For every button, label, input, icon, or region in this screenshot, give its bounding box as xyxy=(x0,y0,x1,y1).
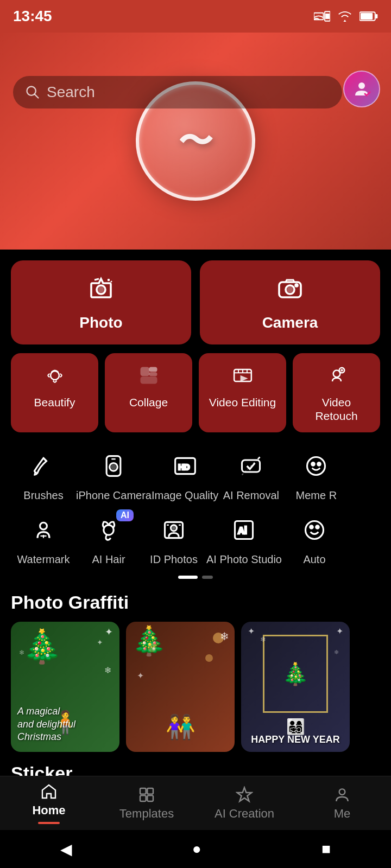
collage-button[interactable]: Collage xyxy=(105,353,192,432)
battery-icon xyxy=(360,10,378,23)
cast-icon xyxy=(314,10,330,23)
camera-icon xyxy=(277,276,303,307)
me-nav-icon xyxy=(333,786,351,803)
home-nav-label: Home xyxy=(32,803,65,818)
android-home-button[interactable]: ● xyxy=(192,840,201,858)
camera-label: Camera xyxy=(262,314,318,331)
meme-icon xyxy=(299,449,333,483)
tool-watermark[interactable]: Watermark xyxy=(11,513,76,566)
tool-id-photos[interactable]: ID Photos xyxy=(141,513,206,566)
nav-ai-creation[interactable]: AI Creation xyxy=(212,786,277,821)
collage-icon xyxy=(138,365,159,390)
tool-row-1: Brushes iPhone Camera HD Image Quality xyxy=(0,432,391,502)
svg-line-7 xyxy=(35,94,38,98)
video-retouch-icon xyxy=(326,365,347,390)
nav-me[interactable]: Me xyxy=(310,786,375,821)
svg-point-44 xyxy=(318,463,321,466)
watermark-icon xyxy=(26,513,61,547)
svg-point-8 xyxy=(358,82,365,89)
photo-card-2[interactable]: 🎄 👫 ❄ ✦ xyxy=(126,622,235,752)
tool-ai-photo-studio[interactable]: Aİ AI Photo Studio xyxy=(206,513,282,566)
hero-banner: Search 〜 xyxy=(0,33,391,250)
svg-text:HD: HD xyxy=(178,463,190,472)
svg-point-42 xyxy=(307,457,325,475)
home-active-indicator xyxy=(38,822,60,824)
svg-rect-59 xyxy=(140,788,146,794)
tool-row-2: Watermark AI AI Hair xyxy=(0,502,391,566)
auto-label: Auto xyxy=(303,553,325,566)
search-icon xyxy=(25,85,40,100)
svg-rect-60 xyxy=(147,788,153,794)
wifi-icon xyxy=(337,10,353,23)
svg-point-58 xyxy=(316,526,319,529)
image-quality-icon: HD xyxy=(168,449,203,483)
profile-button[interactable] xyxy=(343,71,380,107)
status-time: 13:45 xyxy=(13,8,52,25)
photo-card-3[interactable]: 🎄 👨‍👩‍👧‍👦 ✦ ✦ ❄ ❄ HAPPY NEW YEAR xyxy=(241,622,350,752)
brushes-label: Brushes xyxy=(23,489,63,502)
ai-hair-label: AI Hair xyxy=(92,553,125,566)
auto-icon xyxy=(297,513,332,547)
tool-ai-hair[interactable]: AI AI Hair xyxy=(76,513,141,566)
svg-rect-61 xyxy=(140,795,146,801)
main-content: Photo Camera xyxy=(0,250,391,868)
svg-point-16 xyxy=(288,288,292,292)
photo-bg-3: 🎄 👨‍👩‍👧‍👦 ✦ ✦ ❄ ❄ xyxy=(241,622,350,752)
ai-photo-studio-icon: Aİ xyxy=(226,513,261,547)
tool-brushes[interactable]: Brushes xyxy=(11,449,76,502)
photo-overlay-1: A magical and delightful Christmas xyxy=(17,705,75,743)
tool-iphone-camera[interactable]: iPhone Camera xyxy=(76,449,152,502)
beautify-label: Beautify xyxy=(34,395,75,409)
nav-templates[interactable]: Templates xyxy=(114,786,179,821)
tool-meme[interactable]: Meme R xyxy=(283,449,349,502)
photo-bg-2: 🎄 👫 ❄ ✦ xyxy=(126,622,235,752)
svg-point-43 xyxy=(312,463,315,466)
svg-line-13 xyxy=(111,281,112,282)
photo-overlay-3: HAPPY NEW YEAR xyxy=(241,734,350,745)
ai-photo-studio-label: AI Photo Studio xyxy=(206,553,282,566)
photo-label: Photo xyxy=(79,314,122,331)
search-bar[interactable]: Search xyxy=(13,76,342,108)
svg-point-18 xyxy=(51,371,59,380)
photo-card-1[interactable]: 🎄 🧍 ✦ ✦ ❄ ❄ A magical and delightful Chr… xyxy=(11,622,119,752)
svg-point-63 xyxy=(339,789,345,795)
dot-active xyxy=(178,576,198,579)
video-retouch-button[interactable]: Video Retouch xyxy=(293,353,380,432)
android-back-button[interactable]: ◀ xyxy=(60,840,72,858)
ai-removal-label: AI Removal xyxy=(223,489,279,502)
svg-point-45 xyxy=(40,523,47,530)
tool-auto[interactable]: Auto xyxy=(282,513,347,566)
search-bar-wrap[interactable]: Search xyxy=(13,76,342,108)
svg-marker-28 xyxy=(241,376,246,381)
svg-rect-22 xyxy=(141,377,156,383)
tool-image-quality[interactable]: HD Image Quality xyxy=(152,449,218,502)
svg-text:Aİ: Aİ xyxy=(238,526,247,536)
big-action-buttons: Photo Camera xyxy=(0,250,391,344)
status-icons xyxy=(314,10,378,23)
bottom-nav: Home Templates AI Creation Me xyxy=(0,776,391,830)
photo-button[interactable]: Photo xyxy=(11,260,191,344)
android-recent-button[interactable]: ■ xyxy=(321,840,331,858)
ai-badge: AI xyxy=(116,509,134,521)
video-editing-label: Video Editing xyxy=(209,395,276,409)
templates-nav-label: Templates xyxy=(119,807,174,821)
tool-ai-removal[interactable]: AI Removal xyxy=(218,449,283,502)
svg-point-56 xyxy=(305,521,323,539)
video-editing-button[interactable]: Video Editing xyxy=(199,353,286,432)
svg-rect-4 xyxy=(375,14,377,18)
search-placeholder: Search xyxy=(47,84,95,101)
nav-home[interactable]: Home xyxy=(16,783,81,824)
beautify-button[interactable]: Beautify xyxy=(11,353,98,432)
ai-creation-nav-icon xyxy=(236,786,253,803)
camera-button[interactable]: Camera xyxy=(200,260,380,344)
svg-point-57 xyxy=(310,526,313,529)
photo-graffiti-grid: 🎄 🧍 ✦ ✦ ❄ ❄ A magical and delightful Chr… xyxy=(0,622,391,752)
profile-icon xyxy=(352,79,371,99)
photo-graffiti-title: Photo Graffiti xyxy=(0,579,391,622)
svg-rect-2 xyxy=(325,14,330,19)
meme-label: Meme R xyxy=(296,489,337,502)
svg-point-10 xyxy=(99,288,103,292)
svg-rect-19 xyxy=(141,368,148,375)
video-retouch-label: Video Retouch xyxy=(299,395,374,423)
photo-icon xyxy=(88,276,114,307)
